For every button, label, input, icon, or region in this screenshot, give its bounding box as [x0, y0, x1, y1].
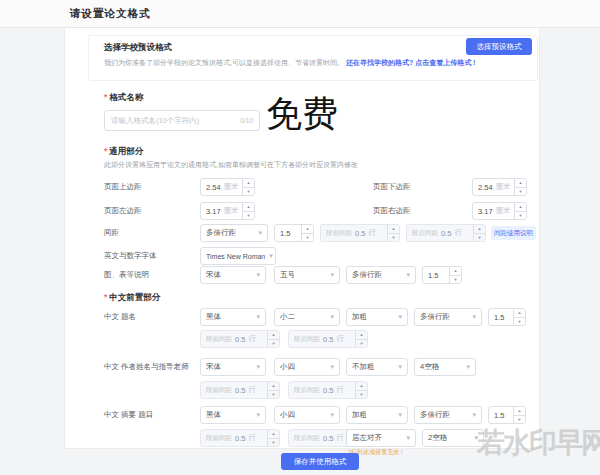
cn-title-after-value: 0.5: [323, 335, 333, 344]
arrow-down-icon: [268, 340, 279, 348]
cn-abstract-indent-value: 2空格: [428, 433, 447, 443]
cn-title-size-value: 小二: [280, 312, 295, 322]
cn-title-size-select[interactable]: 小二: [274, 308, 340, 326]
caption-size-select[interactable]: 五号: [274, 266, 340, 284]
margin-left-stepper[interactable]: [242, 203, 254, 219]
preset-heading-text: 选择学校预设格式: [104, 42, 172, 52]
arrow-down-icon[interactable]: [243, 212, 254, 220]
margin-top-label: 页面上边距: [104, 178, 142, 196]
spacing-value-input[interactable]: 1.5: [274, 224, 314, 242]
cn-abstract-after-value: 0.5: [323, 434, 333, 443]
arrow-up-icon[interactable]: [243, 203, 254, 212]
cn-abstract-linespacing-select[interactable]: 多倍行距: [414, 406, 482, 424]
arrow-down-icon[interactable]: [514, 318, 525, 326]
arrow-down-icon: [356, 391, 367, 399]
chevron-down-icon: [330, 411, 334, 419]
cn-title-stepper[interactable]: [513, 309, 525, 325]
cn-author-before-label: 段前间距: [206, 386, 232, 395]
chevron-down-icon: [398, 411, 402, 419]
required-asterisk: *: [104, 92, 107, 102]
cn-author-font-select[interactable]: 宋体: [200, 358, 266, 376]
margin-right-value: 3.17: [478, 207, 493, 216]
latin-font-select[interactable]: Times New Roman: [200, 247, 276, 265]
chinese-heading: *中文前置部分: [104, 292, 160, 304]
cn-abstract-indent-select[interactable]: 2空格: [422, 429, 484, 447]
cn-author-before-unit: 行: [248, 385, 256, 395]
arrow-up-icon[interactable]: [450, 267, 461, 276]
spacing-value: 1.5: [280, 229, 290, 238]
format-name-input[interactable]: 请输入格式名(10个字符内) 0/10: [104, 110, 260, 131]
arrow-up-icon[interactable]: [243, 179, 254, 188]
cn-abstract-size-select[interactable]: 小四: [274, 406, 340, 424]
choose-preset-button[interactable]: 选择预设格式: [466, 38, 532, 55]
margin-top-input[interactable]: 2.54 厘米: [200, 178, 255, 196]
latin-font-label: 英文与数字字体: [104, 247, 157, 265]
cn-abstract-label: 中文 摘要 题目: [104, 406, 153, 424]
arrow-down-icon[interactable]: [515, 188, 526, 196]
caption-font-select[interactable]: 宋体: [200, 266, 266, 284]
arrow-down-icon[interactable]: [302, 234, 313, 242]
cn-author-size-select[interactable]: 小四: [274, 358, 340, 376]
chevron-down-icon: [466, 363, 470, 371]
spacing-help-link[interactable]: 间距使用说明: [491, 226, 536, 240]
chevron-down-icon: [256, 411, 260, 419]
cn-title-linevalue-input[interactable]: 1.5: [488, 308, 526, 326]
cn-author-indent-select[interactable]: 4空格: [414, 358, 476, 376]
cn-title-weight-select[interactable]: 加粗: [346, 308, 408, 326]
cn-title-linespacing-select[interactable]: 多倍行距: [414, 308, 482, 326]
caption-linespacing-select[interactable]: 多倍行距: [346, 266, 416, 284]
caption-stepper[interactable]: [449, 267, 461, 283]
arrow-up-icon[interactable]: [515, 203, 526, 212]
cn-title-font-select[interactable]: 黑体: [200, 308, 266, 326]
arrow-up-icon[interactable]: [514, 309, 525, 318]
arrow-down-icon[interactable]: [450, 276, 461, 284]
cn-abstract-weight-value: 加粗: [352, 410, 367, 420]
upload-format-link[interactable]: 还在寻找学校的格式? 点击查看上传格式 !: [346, 59, 476, 66]
chevron-down-icon: [256, 363, 260, 371]
arrow-up-icon[interactable]: [515, 179, 526, 188]
cn-title-weight-value: 加粗: [352, 312, 367, 322]
cn-abstract-font-select[interactable]: 黑体: [200, 406, 266, 424]
chevron-down-icon: [398, 313, 402, 321]
arrow-up-icon[interactable]: [302, 225, 313, 234]
margin-right-input[interactable]: 3.17 厘米: [472, 202, 527, 220]
required-asterisk: *: [104, 292, 107, 302]
cn-author-after-label: 段后间距: [294, 386, 320, 395]
margin-bottom-stepper[interactable]: [514, 179, 526, 195]
margin-bottom-value: 2.54: [478, 183, 493, 192]
general-heading-text: 通用部分: [109, 146, 143, 156]
cn-abstract-after-unit: 行: [336, 433, 344, 443]
preset-heading: 选择学校预设格式: [104, 42, 172, 54]
margin-right-unit: 厘米: [496, 206, 511, 216]
cn-abstract-stepper[interactable]: [513, 407, 525, 423]
cn-title-after-label: 段后间距: [294, 335, 320, 344]
cn-author-weight-select[interactable]: 不加粗: [346, 358, 408, 376]
margin-bottom-input[interactable]: 2.54 厘米: [472, 178, 527, 196]
margin-right-stepper[interactable]: [514, 203, 526, 219]
save-format-button[interactable]: 保存并使用格式: [281, 453, 359, 470]
margin-bottom-label: 页面下边距: [373, 178, 411, 196]
caption-linevalue-input[interactable]: 1.5: [422, 266, 462, 284]
spacing-mode-select[interactable]: 多倍行距: [200, 224, 268, 242]
cn-author-after-stepper: [355, 382, 367, 398]
caption-linevalue: 1.5: [428, 271, 438, 280]
general-description: 此部分设置将应用于论文的通用格式,如需单独调整可在下方各部分对应设置内修改: [104, 160, 358, 170]
cn-title-after-stepper: [355, 331, 367, 347]
cn-abstract-before-stepper: [267, 430, 279, 446]
spacing-mode-value: 多倍行距: [206, 228, 236, 238]
spacing-stepper[interactable]: [301, 225, 313, 241]
cn-title-before-label: 段前间距: [206, 335, 232, 344]
arrow-up-icon[interactable]: [514, 407, 525, 416]
cn-abstract-weight-select[interactable]: 加粗: [346, 406, 408, 424]
chevron-down-icon: [258, 229, 262, 237]
cn-author-weight-value: 不加粗: [352, 362, 375, 372]
margin-top-stepper[interactable]: [242, 179, 254, 195]
cn-author-after-unit: 行: [336, 385, 344, 395]
arrow-down-icon[interactable]: [243, 188, 254, 196]
arrow-down-icon[interactable]: [515, 212, 526, 220]
cn-abstract-linevalue-input[interactable]: 1.5: [488, 406, 526, 424]
arrow-down-icon: [268, 391, 279, 399]
cn-abstract-align-select[interactable]: 居左对齐: [346, 429, 416, 447]
margin-left-input[interactable]: 3.17 厘米: [200, 202, 255, 220]
arrow-down-icon[interactable]: [514, 416, 525, 424]
